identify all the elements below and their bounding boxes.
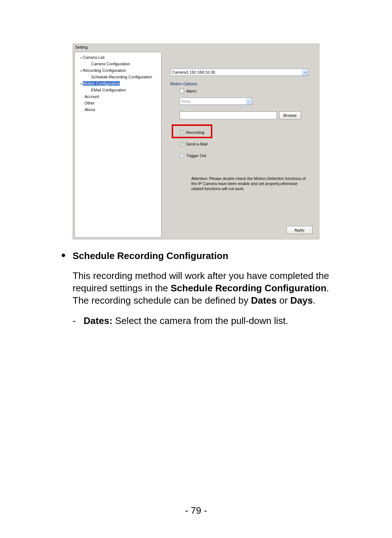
trigger-out-label: Trigger Out — [186, 153, 206, 158]
tree-item-motion-config[interactable]: ⊟Motion Configuration — [76, 81, 160, 87]
tree-item-email-config[interactable]: EMail Configuration — [76, 87, 160, 94]
trigger-out-checkbox[interactable] — [180, 153, 184, 158]
motion-options-panel: Camera1 192.168.10.30 ▾ Motion Options A… — [163, 52, 318, 238]
attention-note: Attention: Please double check the Motio… — [191, 176, 307, 191]
motion-options-label: Motion Options — [170, 82, 197, 86]
camera-select[interactable]: Camera1 192.168.10.30 ▾ — [170, 69, 308, 76]
settings-window: Setting ⊟Camera List Camera Configuratio… — [73, 44, 319, 239]
recording-checkbox[interactable] — [180, 130, 184, 135]
settings-tree[interactable]: ⊟Camera List Camera Configuration ⊟Recor… — [74, 52, 162, 238]
trigger-out-checkbox-row[interactable]: Trigger Out — [180, 153, 206, 158]
alarm-sound-select[interactable]: Beep ▾ — [180, 98, 252, 105]
tree-item-account[interactable]: Account — [76, 94, 160, 100]
tree-item-camera-list[interactable]: ⊟Camera List — [76, 54, 160, 61]
recording-label: Recording — [186, 130, 204, 135]
alarm-label: Alarm — [186, 89, 197, 93]
tree-item-schedule-rec-config[interactable]: Schedule-Recording Configuration — [76, 74, 160, 81]
apply-button-label: Apply — [294, 228, 305, 232]
send-email-checkbox-row[interactable]: Send e-Mail — [180, 142, 208, 146]
window-title: Setting — [73, 44, 319, 50]
collapse-icon[interactable]: ⊟ — [80, 69, 82, 73]
tree-item-camera-config[interactable]: Camera Configuration — [76, 61, 160, 67]
camera-select-value: Camera1 192.168.10.30 — [172, 70, 302, 74]
send-email-checkbox[interactable] — [180, 142, 184, 146]
doc-section: Schedule Recording Configuration This re… — [73, 250, 338, 327]
send-email-label: Send e-Mail — [186, 142, 208, 146]
browse-button[interactable]: Browse — [279, 111, 301, 119]
dates-bullet: - Dates: Select the camera from the pull… — [73, 315, 338, 327]
browse-button-label: Browse — [283, 113, 297, 118]
section-paragraph: This recording method will work after yo… — [73, 270, 338, 307]
collapse-icon[interactable]: ⊟ — [80, 56, 82, 59]
alarm-checkbox-row[interactable]: Alarm — [180, 89, 197, 93]
recording-checkbox-row[interactable]: Recording — [180, 130, 204, 135]
apply-button[interactable]: Apply — [286, 226, 313, 234]
window-body: ⊟Camera List Camera Configuration ⊟Recor… — [73, 50, 319, 239]
chevron-down-icon[interactable]: ▾ — [302, 69, 308, 75]
page-number: - 79 - — [0, 505, 392, 516]
section-heading: Schedule Recording Configuration — [73, 250, 338, 262]
alarm-file-field[interactable] — [180, 111, 277, 119]
alarm-sound-value: Beep — [181, 99, 246, 103]
tree-item-about[interactable]: About — [76, 107, 160, 113]
tree-item-other[interactable]: Other — [76, 100, 160, 107]
alarm-checkbox[interactable] — [180, 89, 184, 93]
chevron-down-icon[interactable]: ▾ — [246, 98, 252, 104]
collapse-icon[interactable]: ⊟ — [80, 82, 82, 86]
tree-item-recording-config[interactable]: ⊟Recording Configuration — [76, 67, 160, 74]
